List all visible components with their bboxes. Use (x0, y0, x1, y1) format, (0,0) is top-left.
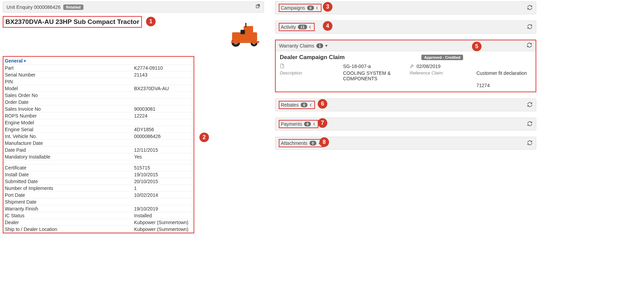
detail-value: 90003081 (134, 106, 192, 112)
chevron-down-icon: ▾ (325, 43, 328, 48)
detail-label: Int. Vehicle No. (5, 134, 134, 139)
payments-toggle[interactable]: Payments 0 (279, 120, 318, 128)
warranty-toggle[interactable]: Warranty Claims 1 ▾ (279, 43, 328, 49)
detail-row: DealerKubpower (Summertown) (3, 219, 194, 226)
attachments-toggle[interactable]: Attachments 0 (279, 139, 324, 147)
detail-value: Yes (134, 154, 192, 160)
detail-value: 0000086426 (134, 134, 192, 139)
detail-label: Ship to / Dealer Location (5, 227, 134, 232)
unit-enquiry-title: Unit Enquiry 0000086426 (6, 4, 61, 10)
detail-row: PartK2774-09110 (3, 65, 194, 71)
detail-row: Sales Invoice No90003081 (3, 106, 194, 112)
refresh-icon[interactable] (527, 121, 533, 127)
popout-icon[interactable] (255, 4, 260, 10)
detail-label: IC Status (5, 213, 134, 218)
detail-label: Engine Serial (5, 127, 134, 132)
detail-label: Serial Number (5, 72, 134, 78)
detail-label: Warranty Finish (5, 206, 134, 211)
detail-row: Date Paid12/11/2015 (3, 147, 194, 153)
detail-label: Part (5, 65, 134, 71)
chevron-left-icon (318, 141, 320, 146)
detail-row: PIN (3, 78, 194, 85)
detail-label: Dealer (5, 220, 134, 225)
claim-description: COOLING SYSTEM & COMPONENTS (343, 70, 410, 81)
detail-label: Port Date (5, 192, 134, 198)
detail-value: K2774-09110 (134, 65, 192, 71)
warranty-section: Warranty Claims 1 ▾ (276, 40, 536, 51)
detail-value: 12224 (134, 113, 192, 119)
document-icon (280, 64, 343, 69)
detail-row: IC StatusInstalled (3, 212, 194, 219)
detail-value: 19/10/2015 (134, 172, 192, 177)
payments-count: 0 (304, 122, 311, 126)
description-label: Description (280, 70, 343, 81)
detail-label: Engine Model (5, 120, 134, 125)
svg-rect-9 (240, 30, 245, 34)
rebates-title: Rebates (281, 102, 299, 108)
attachments-count: 0 (310, 141, 316, 146)
campaigns-title: Campaigns (281, 5, 305, 11)
detail-label: Number of Implements (5, 186, 134, 191)
detail-row: Order Date (3, 99, 194, 106)
detail-value: Installed (134, 213, 192, 218)
detail-label: Shipment Date (5, 199, 134, 205)
detail-row: Shipment Date (3, 199, 194, 205)
detail-value: 1 (134, 186, 192, 191)
detail-label: Mandatory Installable (5, 154, 134, 160)
svg-rect-6 (244, 26, 253, 33)
chevron-left-icon (316, 5, 318, 11)
refresh-icon[interactable] (527, 140, 533, 147)
detail-row: Submitted Date20/10/2015 (3, 178, 194, 185)
detail-value: 10/02/2014 (134, 192, 192, 198)
claim-number: 71274 (476, 83, 535, 88)
detail-label: Install Date (5, 172, 134, 177)
detail-label: Certificate (5, 165, 134, 170)
detail-row: Manufacture Date (3, 140, 194, 147)
attachments-title: Attachments (281, 140, 307, 146)
detail-value: 515715 (134, 165, 192, 170)
refresh-icon[interactable] (527, 102, 533, 108)
status-badge-retailed: Retailed (63, 4, 83, 10)
detail-value: 4DY1856 (134, 127, 192, 132)
detail-row: Int. Vehicle No.0000086426 (3, 133, 194, 140)
detail-value: 20/10/2015 (134, 179, 192, 184)
detail-value: Kubpower (Summertown) (134, 227, 192, 232)
payments-section: Payments 0 (275, 118, 536, 131)
activity-count: 11 (298, 25, 307, 29)
activity-toggle[interactable]: Activity 11 (279, 23, 315, 31)
general-section-toggle[interactable]: General ▾ (3, 57, 194, 65)
claim-status-badge: Approved - Credited (421, 55, 463, 60)
detail-value: 19/10/2019 (134, 206, 192, 211)
product-title: BX2370DVA-AU 23HP Sub Compact Tractor (3, 17, 141, 27)
claim-title: Dealer Campaign Claim (280, 54, 345, 61)
refresh-icon[interactable] (527, 42, 532, 49)
detail-value: BX2370DVA-AU (134, 86, 192, 91)
campaigns-section: Campaigns 0 (275, 1, 536, 14)
campaigns-toggle[interactable]: Campaigns 0 (279, 4, 321, 12)
svg-rect-8 (231, 41, 260, 43)
detail-label: Order Date (5, 99, 134, 105)
rebates-section: Rebates 0 (275, 98, 536, 111)
detail-value: Kubpower (Summertown) (134, 220, 192, 225)
rebates-count: 0 (301, 102, 307, 107)
detail-row: Warranty Finish19/10/2019 (3, 205, 194, 212)
detail-label: ROPS Number (5, 113, 134, 119)
detail-row: Certificate515715 (3, 164, 194, 171)
reference-label: Reference Claim (410, 70, 476, 81)
detail-row: Port Date10/02/2014 (3, 192, 194, 199)
rebates-toggle[interactable]: Rebates 0 (279, 101, 315, 109)
refresh-icon[interactable] (527, 24, 533, 30)
chevron-down-icon: ▾ (24, 59, 26, 63)
unit-enquiry-header: Unit Enquiry 0000086426 Retailed (3, 1, 264, 13)
warranty-claim-item[interactable]: Dealer Campaign Claim Approved - Credite… (276, 51, 536, 92)
tools-icon: 02/08/2019 (410, 64, 476, 69)
detail-row: Number of Implements1 (3, 185, 194, 192)
annotation-1: 1 (146, 17, 156, 26)
detail-label: Manufacture Date (5, 140, 134, 146)
refresh-icon[interactable] (527, 5, 533, 11)
detail-row: Serial Number21143 (3, 71, 194, 78)
detail-label: PIN (5, 79, 134, 84)
payments-title: Payments (281, 121, 302, 127)
chevron-left-icon (313, 122, 315, 127)
annotation-2: 2 (199, 133, 209, 142)
